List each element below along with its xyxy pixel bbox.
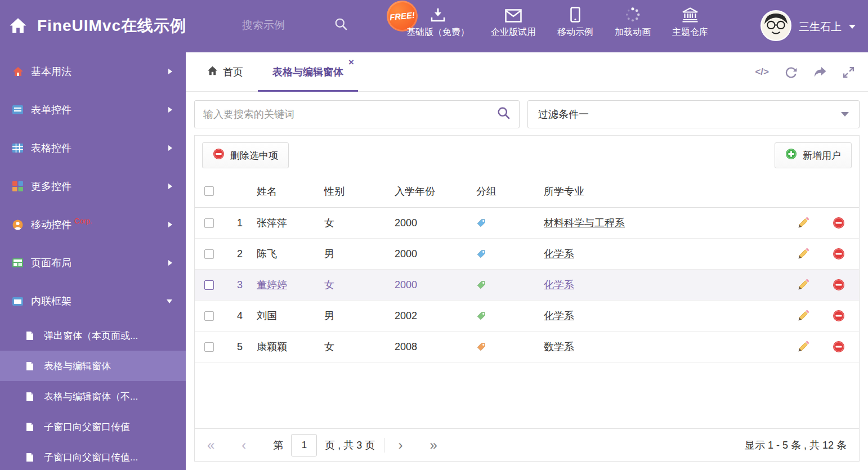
delete-icon[interactable] xyxy=(833,341,845,353)
column-header-year[interactable]: 入学年份 xyxy=(395,185,476,198)
row-number: 1 xyxy=(223,217,257,229)
row-checkbox[interactable] xyxy=(204,280,214,290)
header-nav: 基础版（免费） 企业版试用 移动示例 加载动画 xyxy=(406,7,708,38)
refresh-icon[interactable] xyxy=(785,66,798,78)
major-link[interactable]: 化学系 xyxy=(544,279,574,290)
cell-group xyxy=(476,249,544,259)
tag-icon xyxy=(476,311,486,321)
sidebar-subitem-label: 表格与编辑窗体 xyxy=(44,360,111,373)
cell-major: 材料科学与工程系 xyxy=(544,216,788,230)
cell-group xyxy=(476,280,544,290)
sidebar-item-grid-controls[interactable]: 表格控件 xyxy=(0,129,186,167)
major-link[interactable]: 材料科学与工程系 xyxy=(544,217,625,229)
corp-badge: Corp. xyxy=(74,217,92,225)
share-icon[interactable] xyxy=(813,66,827,78)
close-icon[interactable]: × xyxy=(348,57,354,67)
next-page-button[interactable]: › xyxy=(398,438,402,452)
edit-icon[interactable] xyxy=(797,310,809,322)
sidebar-item-form-controls[interactable]: 表单控件 xyxy=(0,91,186,129)
edit-icon[interactable] xyxy=(797,341,809,353)
avatar[interactable] xyxy=(760,10,791,43)
app-header: FineUIMvc在线示例 FREE! 基础版（免费） 企业版试用 移动示例 xyxy=(0,0,868,52)
filter-dropdown[interactable]: 过滤条件一 xyxy=(527,100,860,128)
search-icon[interactable] xyxy=(334,17,348,33)
tab-bar: 首页 表格与编辑窗体 × </> xyxy=(186,52,868,92)
tab-home[interactable]: 首页 xyxy=(193,52,258,91)
home-icon xyxy=(207,66,218,78)
delete-icon[interactable] xyxy=(833,217,845,229)
keyword-search-input[interactable] xyxy=(203,109,497,120)
edit-icon[interactable] xyxy=(797,248,809,260)
delete-icon[interactable] xyxy=(833,310,845,322)
row-checkbox[interactable] xyxy=(204,218,214,228)
search-icon[interactable] xyxy=(497,106,511,122)
nav-item-basic-edition[interactable]: 基础版（免费） xyxy=(406,7,469,38)
edit-icon[interactable] xyxy=(797,279,809,291)
sidebar-subitem-grid-edit-window-2[interactable]: 表格与编辑窗体（不... xyxy=(0,381,186,411)
grid-toolbar: 删除选中项 新增用户 xyxy=(195,136,859,175)
table-row[interactable]: 2 陈飞 男 2000 化学系 xyxy=(195,239,859,270)
table-row[interactable]: 4 刘国 男 2002 化学系 xyxy=(195,301,859,332)
major-link[interactable]: 化学系 xyxy=(544,248,574,259)
add-icon xyxy=(785,148,797,163)
delete-icon[interactable] xyxy=(833,248,845,260)
sidebar-subitem-grid-edit-window[interactable]: 表格与编辑窗体 xyxy=(0,351,186,381)
cell-group xyxy=(476,218,544,228)
chevron-down-icon xyxy=(841,112,849,117)
nav-item-theme-repo[interactable]: 主题仓库 xyxy=(672,7,708,38)
delete-icon[interactable] xyxy=(833,279,845,291)
sidebar-subitem-child-to-parent-2[interactable]: 子窗口向父窗口传值... xyxy=(0,442,186,470)
nav-item-mobile-demo[interactable]: 移动示例 xyxy=(557,7,593,38)
sidebar-item-basic-usage[interactable]: 基本用法 xyxy=(0,52,186,91)
user-menu[interactable]: 三生石上 xyxy=(760,10,856,43)
sidebar-subitem-child-to-parent[interactable]: 子窗口向父窗口传值 xyxy=(0,411,186,442)
tab-grid-edit-window[interactable]: 表格与编辑窗体 × xyxy=(258,52,358,91)
sidebar-subitem-popup-window[interactable]: 弹出窗体（本页面或... xyxy=(0,320,186,351)
last-page-button[interactable]: » xyxy=(429,438,437,452)
column-header-group[interactable]: 分组 xyxy=(476,185,544,198)
column-header-name[interactable]: 姓名 xyxy=(257,185,324,198)
column-header-gender[interactable]: 性别 xyxy=(324,185,395,198)
delete-selected-button[interactable]: 删除选中项 xyxy=(202,142,289,168)
nav-item-label: 加载动画 xyxy=(615,26,651,38)
edit-icon[interactable] xyxy=(797,217,809,229)
code-icon[interactable]: </> xyxy=(755,66,769,78)
nav-item-loading-animation[interactable]: 加载动画 xyxy=(615,7,651,38)
row-checkbox[interactable] xyxy=(204,311,214,321)
tab-label: 表格与编辑窗体 xyxy=(272,65,343,79)
major-link[interactable]: 化学系 xyxy=(544,310,574,321)
cell-group xyxy=(476,311,544,321)
add-user-button[interactable]: 新增用户 xyxy=(775,142,852,168)
page-input[interactable] xyxy=(291,434,317,456)
grid-panel: 删除选中项 新增用户 姓名 性别 入学年份 分组 所学专业 1 张萍萍 女 xyxy=(194,135,860,462)
header-search-input[interactable] xyxy=(242,19,326,32)
table-row[interactable]: 3 董婷婷 女 2000 化学系 xyxy=(195,270,859,301)
first-page-button[interactable]: « xyxy=(207,438,214,452)
house-icon xyxy=(12,66,24,77)
pager-divider xyxy=(384,438,384,453)
cell-major: 化学系 xyxy=(544,247,788,261)
cell-name: 刘国 xyxy=(257,309,324,323)
sidebar-item-iframe[interactable]: 内联框架 xyxy=(0,282,186,320)
row-number: 5 xyxy=(223,341,257,353)
select-all-checkbox[interactable] xyxy=(204,186,214,196)
sidebar: 基本用法 表单控件 表格控件 更多控件 移动控件 Corp. 页面布局 xyxy=(0,52,186,470)
table-row[interactable]: 5 康颖颖 女 2008 数学系 xyxy=(195,332,859,362)
column-header-major[interactable]: 所学专业 xyxy=(544,185,788,198)
frame-icon xyxy=(12,297,24,306)
table-row[interactable]: 1 张萍萍 女 2000 材料科学与工程系 xyxy=(195,208,859,239)
file-icon xyxy=(26,331,37,341)
expand-icon[interactable] xyxy=(843,66,854,78)
sidebar-item-page-layout[interactable]: 页面布局 xyxy=(0,244,186,282)
add-user-label: 新增用户 xyxy=(803,149,841,162)
sidebar-item-mobile-controls[interactable]: 移动控件 Corp. xyxy=(0,205,186,244)
nav-item-enterprise-trial[interactable]: 企业版试用 xyxy=(491,7,536,38)
row-checkbox[interactable] xyxy=(204,249,214,259)
cell-group xyxy=(476,342,544,352)
prev-page-button[interactable]: ‹ xyxy=(241,438,246,452)
home-icon[interactable] xyxy=(9,17,27,36)
row-checkbox[interactable] xyxy=(204,342,214,352)
sidebar-item-more-controls[interactable]: 更多控件 xyxy=(0,167,186,205)
page-label-prefix: 第 xyxy=(273,438,283,452)
major-link[interactable]: 数学系 xyxy=(544,341,574,352)
